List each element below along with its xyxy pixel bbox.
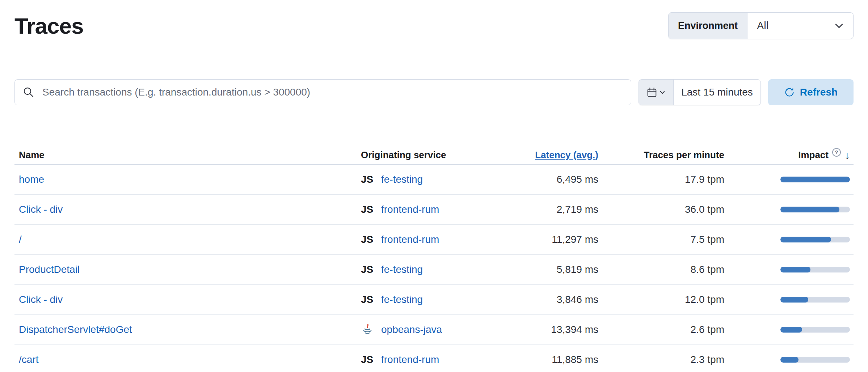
latency-value: 11,885 ms: [509, 354, 598, 365]
refresh-button-label: Refresh: [800, 86, 838, 98]
table-row: DispatcherServlet#doGet opbeans-java 13,…: [14, 315, 854, 345]
page-title: Traces: [14, 13, 84, 39]
impact-bar: [780, 297, 850, 303]
table-row: / JS frontend-rum 11,297 ms 7.5 tpm: [14, 225, 854, 255]
service-link[interactable]: fe-testing: [381, 264, 423, 275]
latency-value: 5,819 ms: [509, 264, 598, 275]
tpm-value: 36.0 tpm: [598, 204, 724, 215]
transaction-link[interactable]: Click - div: [19, 204, 63, 215]
traces-table: Name Originating service Latency (avg.) …: [14, 146, 854, 372]
latency-value: 3,846 ms: [509, 294, 598, 305]
impact-help-icon[interactable]: ?: [832, 148, 841, 157]
search-icon: [22, 86, 35, 98]
java-icon: [361, 323, 375, 336]
impact-bar: [780, 357, 850, 363]
impact-bar: [780, 267, 850, 272]
page-header: Traces Environment All: [14, 0, 854, 39]
date-picker: Last 15 minutes: [639, 79, 761, 105]
header-impact[interactable]: Impact ? ↓: [724, 149, 854, 161]
table-row: home JS fe-testing 6,495 ms 17.9 tpm: [14, 165, 854, 195]
traces-page: Traces Environment All: [0, 0, 868, 372]
date-range-value[interactable]: Last 15 minutes: [674, 80, 760, 105]
table-row: /cart JS frontend-rum 11,885 ms 2.3 tpm: [14, 345, 854, 372]
tpm-value: 7.5 tpm: [598, 234, 724, 245]
service-link[interactable]: frontend-rum: [381, 354, 439, 365]
chevron-down-icon: [659, 89, 666, 96]
environment-filter-label: Environment: [669, 13, 747, 39]
environment-select[interactable]: All: [747, 13, 853, 39]
header-latency[interactable]: Latency (avg.): [535, 149, 598, 160]
latency-value: 13,394 ms: [509, 324, 598, 335]
environment-filter: Environment All: [668, 12, 854, 39]
service-link[interactable]: opbeans-java: [381, 324, 442, 335]
transaction-link[interactable]: /cart: [19, 354, 38, 365]
calendar-icon: [646, 87, 657, 98]
javascript-agent-icon: JS: [361, 234, 375, 245]
table-header: Name Originating service Latency (avg.) …: [14, 146, 854, 165]
search-input[interactable]: [14, 79, 631, 105]
transaction-link[interactable]: ProductDetail: [19, 264, 80, 275]
service-link[interactable]: frontend-rum: [381, 234, 439, 245]
tpm-value: 17.9 tpm: [598, 174, 724, 185]
query-bar: Last 15 minutes Refresh: [14, 79, 854, 105]
javascript-agent-icon: JS: [361, 294, 375, 305]
latency-value: 11,297 ms: [509, 234, 598, 245]
table-row: Click - div JS frontend-rum 2,719 ms 36.…: [14, 195, 854, 225]
transaction-link[interactable]: DispatcherServlet#doGet: [19, 324, 132, 335]
transaction-link[interactable]: home: [19, 174, 44, 185]
header-originating-service[interactable]: Originating service: [357, 149, 509, 161]
refresh-icon: [784, 87, 795, 98]
header-divider: [14, 56, 854, 56]
javascript-agent-icon: JS: [361, 264, 375, 275]
impact-bar: [780, 327, 850, 333]
javascript-agent-icon: JS: [361, 354, 375, 365]
service-link[interactable]: frontend-rum: [381, 204, 439, 215]
tpm-value: 8.6 tpm: [598, 264, 724, 275]
environment-select-value: All: [757, 20, 768, 32]
service-link[interactable]: fe-testing: [381, 174, 423, 185]
javascript-agent-icon: JS: [361, 174, 375, 185]
tpm-value: 2.6 tpm: [598, 324, 724, 335]
refresh-button[interactable]: Refresh: [768, 79, 854, 105]
date-quick-select-button[interactable]: [639, 80, 674, 105]
transaction-link[interactable]: /: [19, 234, 22, 245]
impact-bar: [780, 207, 850, 212]
transaction-link[interactable]: Click - div: [19, 294, 63, 305]
service-link[interactable]: fe-testing: [381, 294, 423, 305]
tpm-value: 2.3 tpm: [598, 354, 724, 365]
header-impact-label: Impact: [798, 149, 829, 161]
javascript-agent-icon: JS: [361, 204, 375, 215]
sort-desc-icon: ↓: [844, 149, 850, 161]
table-row: ProductDetail JS fe-testing 5,819 ms 8.6…: [14, 255, 854, 285]
header-name[interactable]: Name: [14, 149, 357, 161]
impact-bar: [780, 237, 850, 242]
impact-bar: [780, 177, 850, 182]
header-traces-per-minute[interactable]: Traces per minute: [598, 149, 724, 161]
chevron-down-icon: [833, 20, 845, 32]
table-row: Click - div JS fe-testing 3,846 ms 12.0 …: [14, 285, 854, 315]
tpm-value: 12.0 tpm: [598, 294, 724, 305]
search-bar: [14, 79, 631, 105]
latency-value: 2,719 ms: [509, 204, 598, 215]
latency-value: 6,495 ms: [509, 174, 598, 185]
